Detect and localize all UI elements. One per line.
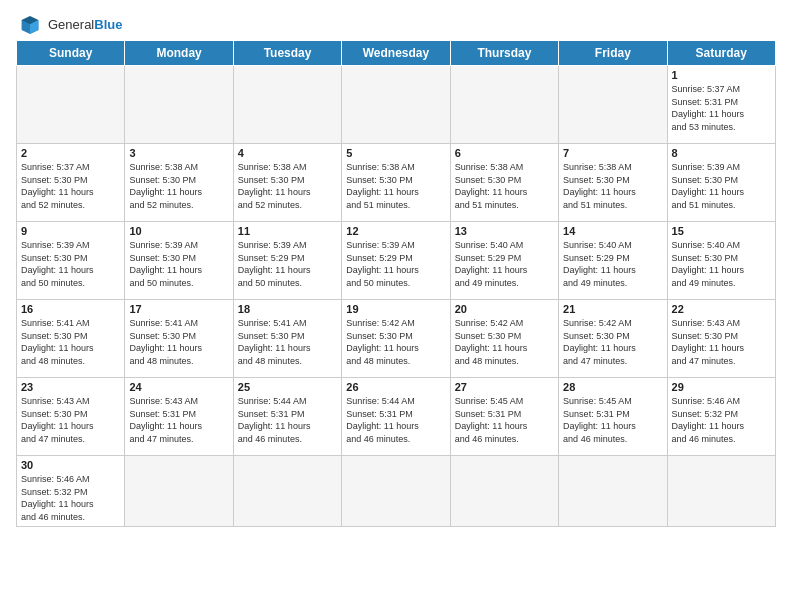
- logo-icon: [16, 14, 44, 36]
- calendar-cell: [233, 456, 341, 527]
- day-info: Sunrise: 5:46 AM Sunset: 5:32 PM Dayligh…: [672, 395, 771, 445]
- day-number: 11: [238, 225, 337, 237]
- day-number: 21: [563, 303, 662, 315]
- calendar-cell: 19Sunrise: 5:42 AM Sunset: 5:30 PM Dayli…: [342, 300, 450, 378]
- day-number: 1: [672, 69, 771, 81]
- calendar-cell: 25Sunrise: 5:44 AM Sunset: 5:31 PM Dayli…: [233, 378, 341, 456]
- day-info: Sunrise: 5:43 AM Sunset: 5:31 PM Dayligh…: [129, 395, 228, 445]
- calendar-cell: 10Sunrise: 5:39 AM Sunset: 5:30 PM Dayli…: [125, 222, 233, 300]
- calendar-cell: 5Sunrise: 5:38 AM Sunset: 5:30 PM Daylig…: [342, 144, 450, 222]
- weekday-header-wednesday: Wednesday: [342, 41, 450, 66]
- day-number: 28: [563, 381, 662, 393]
- day-info: Sunrise: 5:41 AM Sunset: 5:30 PM Dayligh…: [129, 317, 228, 367]
- calendar-cell: 16Sunrise: 5:41 AM Sunset: 5:30 PM Dayli…: [17, 300, 125, 378]
- day-info: Sunrise: 5:46 AM Sunset: 5:32 PM Dayligh…: [21, 473, 120, 523]
- day-info: Sunrise: 5:41 AM Sunset: 5:30 PM Dayligh…: [21, 317, 120, 367]
- calendar-table: SundayMondayTuesdayWednesdayThursdayFrid…: [16, 40, 776, 527]
- calendar-cell: 11Sunrise: 5:39 AM Sunset: 5:29 PM Dayli…: [233, 222, 341, 300]
- calendar-cell: 29Sunrise: 5:46 AM Sunset: 5:32 PM Dayli…: [667, 378, 775, 456]
- page: GeneralBlue SundayMondayTuesdayWednesday…: [0, 0, 792, 537]
- day-number: 4: [238, 147, 337, 159]
- calendar-cell: 24Sunrise: 5:43 AM Sunset: 5:31 PM Dayli…: [125, 378, 233, 456]
- day-number: 20: [455, 303, 554, 315]
- day-number: 24: [129, 381, 228, 393]
- weekday-header-tuesday: Tuesday: [233, 41, 341, 66]
- calendar-cell: [667, 456, 775, 527]
- calendar-cell: 30Sunrise: 5:46 AM Sunset: 5:32 PM Dayli…: [17, 456, 125, 527]
- weekday-header-thursday: Thursday: [450, 41, 558, 66]
- day-number: 19: [346, 303, 445, 315]
- calendar-cell: [233, 66, 341, 144]
- calendar-cell: 3Sunrise: 5:38 AM Sunset: 5:30 PM Daylig…: [125, 144, 233, 222]
- day-number: 10: [129, 225, 228, 237]
- day-info: Sunrise: 5:43 AM Sunset: 5:30 PM Dayligh…: [21, 395, 120, 445]
- day-info: Sunrise: 5:44 AM Sunset: 5:31 PM Dayligh…: [346, 395, 445, 445]
- calendar-cell: 7Sunrise: 5:38 AM Sunset: 5:30 PM Daylig…: [559, 144, 667, 222]
- weekday-header-row: SundayMondayTuesdayWednesdayThursdayFrid…: [17, 41, 776, 66]
- day-info: Sunrise: 5:43 AM Sunset: 5:30 PM Dayligh…: [672, 317, 771, 367]
- calendar-cell: 12Sunrise: 5:39 AM Sunset: 5:29 PM Dayli…: [342, 222, 450, 300]
- calendar-week-row: 1Sunrise: 5:37 AM Sunset: 5:31 PM Daylig…: [17, 66, 776, 144]
- day-number: 25: [238, 381, 337, 393]
- calendar-cell: 4Sunrise: 5:38 AM Sunset: 5:30 PM Daylig…: [233, 144, 341, 222]
- day-info: Sunrise: 5:42 AM Sunset: 5:30 PM Dayligh…: [563, 317, 662, 367]
- day-info: Sunrise: 5:45 AM Sunset: 5:31 PM Dayligh…: [455, 395, 554, 445]
- calendar-cell: 1Sunrise: 5:37 AM Sunset: 5:31 PM Daylig…: [667, 66, 775, 144]
- weekday-header-friday: Friday: [559, 41, 667, 66]
- day-number: 5: [346, 147, 445, 159]
- calendar-cell: 9Sunrise: 5:39 AM Sunset: 5:30 PM Daylig…: [17, 222, 125, 300]
- calendar-cell: 17Sunrise: 5:41 AM Sunset: 5:30 PM Dayli…: [125, 300, 233, 378]
- day-info: Sunrise: 5:40 AM Sunset: 5:29 PM Dayligh…: [563, 239, 662, 289]
- day-number: 23: [21, 381, 120, 393]
- day-number: 2: [21, 147, 120, 159]
- calendar-cell: 28Sunrise: 5:45 AM Sunset: 5:31 PM Dayli…: [559, 378, 667, 456]
- calendar-cell: 23Sunrise: 5:43 AM Sunset: 5:30 PM Dayli…: [17, 378, 125, 456]
- day-info: Sunrise: 5:44 AM Sunset: 5:31 PM Dayligh…: [238, 395, 337, 445]
- day-info: Sunrise: 5:42 AM Sunset: 5:30 PM Dayligh…: [346, 317, 445, 367]
- calendar-cell: [125, 456, 233, 527]
- calendar-week-row: 9Sunrise: 5:39 AM Sunset: 5:30 PM Daylig…: [17, 222, 776, 300]
- calendar-cell: 27Sunrise: 5:45 AM Sunset: 5:31 PM Dayli…: [450, 378, 558, 456]
- day-info: Sunrise: 5:38 AM Sunset: 5:30 PM Dayligh…: [455, 161, 554, 211]
- day-info: Sunrise: 5:39 AM Sunset: 5:29 PM Dayligh…: [346, 239, 445, 289]
- day-info: Sunrise: 5:45 AM Sunset: 5:31 PM Dayligh…: [563, 395, 662, 445]
- day-info: Sunrise: 5:39 AM Sunset: 5:30 PM Dayligh…: [129, 239, 228, 289]
- day-info: Sunrise: 5:38 AM Sunset: 5:30 PM Dayligh…: [129, 161, 228, 211]
- calendar-week-row: 2Sunrise: 5:37 AM Sunset: 5:30 PM Daylig…: [17, 144, 776, 222]
- day-number: 16: [21, 303, 120, 315]
- day-info: Sunrise: 5:38 AM Sunset: 5:30 PM Dayligh…: [563, 161, 662, 211]
- day-info: Sunrise: 5:40 AM Sunset: 5:29 PM Dayligh…: [455, 239, 554, 289]
- calendar-cell: 22Sunrise: 5:43 AM Sunset: 5:30 PM Dayli…: [667, 300, 775, 378]
- day-info: Sunrise: 5:39 AM Sunset: 5:30 PM Dayligh…: [672, 161, 771, 211]
- calendar-cell: [559, 456, 667, 527]
- day-info: Sunrise: 5:38 AM Sunset: 5:30 PM Dayligh…: [346, 161, 445, 211]
- day-number: 17: [129, 303, 228, 315]
- calendar-cell: 21Sunrise: 5:42 AM Sunset: 5:30 PM Dayli…: [559, 300, 667, 378]
- calendar-cell: 13Sunrise: 5:40 AM Sunset: 5:29 PM Dayli…: [450, 222, 558, 300]
- day-number: 9: [21, 225, 120, 237]
- logo-text: GeneralBlue: [48, 18, 122, 32]
- day-number: 26: [346, 381, 445, 393]
- weekday-header-monday: Monday: [125, 41, 233, 66]
- calendar-cell: 26Sunrise: 5:44 AM Sunset: 5:31 PM Dayli…: [342, 378, 450, 456]
- header-area: GeneralBlue: [16, 10, 776, 36]
- day-info: Sunrise: 5:37 AM Sunset: 5:30 PM Dayligh…: [21, 161, 120, 211]
- day-number: 22: [672, 303, 771, 315]
- calendar-cell: 18Sunrise: 5:41 AM Sunset: 5:30 PM Dayli…: [233, 300, 341, 378]
- day-info: Sunrise: 5:39 AM Sunset: 5:30 PM Dayligh…: [21, 239, 120, 289]
- calendar-cell: [450, 66, 558, 144]
- calendar-week-row: 16Sunrise: 5:41 AM Sunset: 5:30 PM Dayli…: [17, 300, 776, 378]
- day-info: Sunrise: 5:39 AM Sunset: 5:29 PM Dayligh…: [238, 239, 337, 289]
- day-number: 12: [346, 225, 445, 237]
- calendar-cell: 8Sunrise: 5:39 AM Sunset: 5:30 PM Daylig…: [667, 144, 775, 222]
- calendar-cell: [342, 66, 450, 144]
- day-number: 29: [672, 381, 771, 393]
- weekday-header-sunday: Sunday: [17, 41, 125, 66]
- day-info: Sunrise: 5:40 AM Sunset: 5:30 PM Dayligh…: [672, 239, 771, 289]
- day-number: 6: [455, 147, 554, 159]
- calendar-cell: 6Sunrise: 5:38 AM Sunset: 5:30 PM Daylig…: [450, 144, 558, 222]
- day-number: 15: [672, 225, 771, 237]
- logo: GeneralBlue: [16, 14, 122, 36]
- day-number: 27: [455, 381, 554, 393]
- calendar-week-row: 23Sunrise: 5:43 AM Sunset: 5:30 PM Dayli…: [17, 378, 776, 456]
